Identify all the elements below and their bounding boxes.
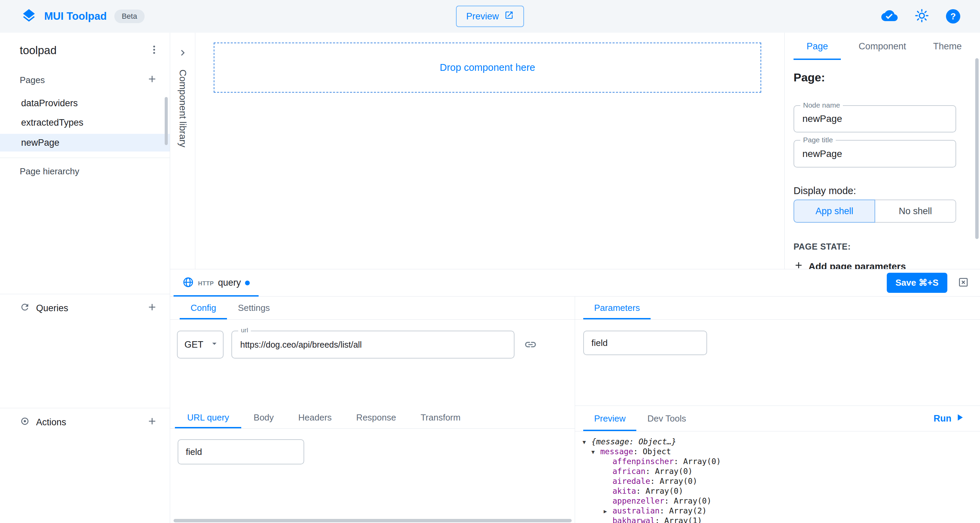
play-icon	[954, 412, 965, 425]
query-preview-pane: Parameters field Preview Dev Tools Run ▼…	[575, 297, 980, 523]
page-canvas: Drop component here	[195, 33, 784, 269]
component-library-label: Component library	[177, 69, 188, 147]
tab-settings[interactable]: Settings	[227, 297, 281, 319]
close-panel-icon[interactable]	[958, 276, 969, 289]
component-library-panel[interactable]: Component library	[170, 33, 195, 269]
editor-area: Component library Drop component here Pa…	[170, 33, 980, 269]
help-icon[interactable]: ?	[946, 9, 960, 24]
tab-url-query[interactable]: URL query	[175, 407, 241, 428]
tree-row: appenzellerArray(0)	[582, 496, 980, 506]
save-button[interactable]: Save ⌘+S	[887, 273, 947, 293]
query-editor-panel: HTTP query Save ⌘+S Config Settings GET	[170, 269, 980, 523]
divider	[0, 294, 170, 294]
add-action-icon[interactable]	[147, 416, 158, 429]
url-input[interactable]: url https://dog.ceo/api/breeds/list/all	[231, 331, 514, 359]
http-method-select[interactable]: GET	[177, 331, 224, 359]
tree-row: airedaleArray(0)	[582, 476, 980, 486]
tree-expand-icon[interactable]: ▶	[604, 506, 612, 516]
query-tabs-bar: HTTP query Save ⌘+S	[170, 269, 980, 297]
unsaved-dot-indicator	[245, 281, 250, 285]
url-input-label: url	[238, 327, 251, 334]
tab-parameters[interactable]: Parameters	[583, 297, 651, 319]
tree-root-row[interactable]: ▼{message: Object…}	[582, 437, 980, 447]
page-title-value: newPage	[802, 148, 842, 159]
result-tabs: Preview Dev Tools Run	[575, 405, 980, 431]
app-title: MUI Toolpad	[44, 10, 107, 22]
url-query-field-input[interactable]: field	[178, 439, 304, 464]
left-sidebar: toolpad Pages dataProviders extractedTyp…	[0, 33, 170, 523]
horizontal-scrollbar[interactable]	[173, 519, 572, 522]
add-query-icon[interactable]	[147, 302, 158, 315]
toggle-no-shell[interactable]: No shell	[875, 199, 956, 223]
toggle-app-shell[interactable]: App shell	[794, 199, 875, 223]
run-button[interactable]: Run	[934, 406, 980, 431]
add-page-icon[interactable]	[147, 73, 158, 87]
tree-row: akitaArray(0)	[582, 486, 980, 496]
query-name-label: query	[218, 277, 241, 288]
sidebar-item-extractedtypes[interactable]: extractedTypes	[0, 114, 170, 131]
page-title-field[interactable]: Page title newPage	[794, 140, 956, 167]
theme-mode-icon[interactable]	[915, 8, 929, 24]
display-mode-toggle: App shell No shell	[794, 199, 956, 223]
queries-icon	[20, 302, 30, 315]
json-result-tree: ▼{message: Object…} ▼messageObject affen…	[575, 433, 980, 523]
arrow-drop-down-icon	[209, 338, 220, 351]
inspector-panel: Page Component Theme Page: Node name new…	[784, 33, 980, 269]
page-state-label: PAGE STATE:	[794, 242, 851, 252]
node-name-field[interactable]: Node name newPage	[794, 105, 956, 132]
tab-transform[interactable]: Transform	[408, 407, 473, 428]
query-kind-label: HTTP	[198, 280, 214, 287]
chevron-right-icon[interactable]	[177, 47, 189, 60]
more-vert-icon[interactable]	[149, 44, 159, 56]
preview-button[interactable]: Preview	[456, 6, 524, 27]
open-in-new-icon	[504, 11, 514, 22]
sidebar-scrollbar[interactable]	[165, 97, 168, 145]
add-page-parameters-button[interactable]: Add page parameters	[794, 260, 906, 269]
actions-section-header: Actions	[0, 414, 170, 431]
divider	[0, 408, 170, 408]
plus-icon	[794, 260, 804, 269]
actions-icon	[20, 416, 30, 429]
http-icon	[182, 276, 194, 289]
tab-component[interactable]: Component	[850, 33, 915, 60]
tree-row: affenpinscherArray(0)	[582, 457, 980, 467]
tab-body[interactable]: Body	[241, 407, 286, 428]
page-heading: Page:	[794, 71, 825, 84]
divider	[0, 158, 170, 158]
app-header: MUI Toolpad Beta Preview ?	[0, 0, 980, 33]
tab-page[interactable]: Page	[785, 33, 850, 60]
tree-row: bakharwalArray(1)	[582, 516, 980, 523]
project-title: toolpad	[20, 44, 56, 57]
request-tabs: URL query Body Headers Response Transfor…	[170, 407, 575, 429]
tab-preview[interactable]: Preview	[583, 406, 636, 431]
node-name-value: newPage	[802, 113, 842, 124]
tab-theme[interactable]: Theme	[915, 33, 980, 60]
page-hierarchy-label: Page hierarchy	[20, 166, 79, 177]
tree-row-message[interactable]: ▼messageObject	[582, 447, 980, 457]
query-tab-http-query[interactable]: HTTP query	[173, 269, 259, 296]
tree-expand-icon[interactable]: ▼	[592, 447, 600, 457]
tree-expand-icon[interactable]: ▼	[582, 437, 592, 447]
tab-dev-tools[interactable]: Dev Tools	[636, 406, 697, 431]
link-icon[interactable]	[524, 338, 537, 352]
parameter-field-input[interactable]: field	[583, 331, 707, 355]
tree-row: africanArray(0)	[582, 467, 980, 476]
tab-response[interactable]: Response	[344, 407, 408, 428]
sidebar-item-dataproviders[interactable]: dataProviders	[0, 94, 170, 112]
config-tabs: Config Settings	[170, 297, 575, 320]
inspector-scrollbar[interactable]	[975, 58, 978, 239]
queries-section-header: Queries	[0, 300, 170, 316]
cloud-done-icon[interactable]	[881, 8, 898, 25]
beta-badge: Beta	[115, 10, 145, 23]
tree-row-australian[interactable]: ▶australianArray(2)	[582, 506, 980, 516]
pages-section-header: Pages	[0, 73, 170, 88]
toolpad-logo-icon	[21, 8, 37, 25]
tab-headers[interactable]: Headers	[286, 407, 344, 428]
tab-config[interactable]: Config	[180, 297, 227, 319]
node-name-label: Node name	[800, 101, 843, 109]
sidebar-item-newpage[interactable]: newPage	[0, 134, 170, 151]
parameters-tabs: Parameters	[575, 297, 980, 320]
query-config-pane: Config Settings GET url https://dog.ceo/…	[170, 297, 575, 523]
drop-zone[interactable]: Drop component here	[214, 43, 761, 92]
url-input-value: https://dog.ceo/api/breeds/list/all	[240, 340, 362, 350]
